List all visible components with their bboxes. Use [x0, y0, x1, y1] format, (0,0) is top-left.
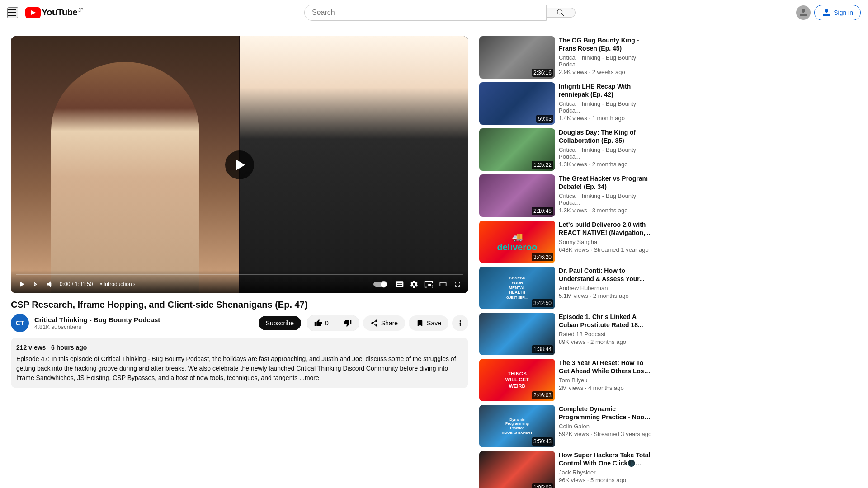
time-total: 1:31:50	[75, 281, 93, 287]
progress-bar[interactable]	[16, 274, 463, 275]
sidebar-video-meta: 1.4K views · 1 month ago	[559, 115, 654, 122]
dislike-button[interactable]	[336, 315, 359, 331]
share-button[interactable]: Share	[363, 315, 405, 331]
sidebar-item[interactable]: ASSESSYOURMENTALHEALTHGUEST SERI... 3:42…	[479, 267, 654, 309]
settings-icon	[410, 280, 419, 289]
main-container: 0:00 / 1:31:50 • Introduction ›	[0, 25, 868, 488]
search-input[interactable]	[305, 5, 546, 20]
description-box: 212 views 6 hours ago Episode 47: In thi…	[11, 338, 468, 388]
sidebar-video-meta: 2.9K views · 2 weeks ago	[559, 69, 654, 75]
sidebar-video-info: Let's build Deliveroo 2.0 with REACT NAT…	[559, 221, 654, 263]
channel-row: CT Critical Thinking - Bug Bounty Podcas…	[11, 314, 468, 332]
channel-name[interactable]: Critical Thinking - Bug Bounty Podcast	[34, 316, 253, 324]
more-link[interactable]: ...more	[299, 374, 319, 381]
chapter-label[interactable]: • Introduction ›	[96, 280, 139, 288]
play-icon	[17, 280, 26, 289]
chapter-text: Introduction	[104, 281, 132, 287]
thumbnail-wrap: 1:38:44	[479, 313, 555, 355]
like-button[interactable]: 0	[307, 315, 336, 331]
mental-health-text: ASSESSYOURMENTALHEALTHGUEST SERI...	[505, 274, 530, 302]
sidebar-video-title: Episode 1. Chris Linked A Cuban Prostitu…	[559, 313, 654, 329]
sidebar-item[interactable]: 1:38:44 Episode 1. Chris Linked A Cuban …	[479, 313, 654, 355]
video-duration: 3:46:20	[532, 253, 553, 261]
sidebar-item[interactable]: THINGSWILL GETWEIRD 2:46:03 The 3 Year A…	[479, 359, 654, 401]
subscriber-count: 4.81K subscribers	[34, 324, 253, 330]
sidebar-item[interactable]: 🚚deliveroo 3:46:20 Let's build Deliveroo…	[479, 221, 654, 263]
more-options-button[interactable]	[452, 315, 468, 331]
autoplay-toggle[interactable]	[373, 279, 391, 289]
sidebar-video-meta: 1.3K views · 3 months ago	[559, 207, 654, 214]
save-icon	[416, 319, 424, 327]
play-pause-button[interactable]	[16, 279, 27, 290]
video-right-panel	[240, 36, 468, 293]
upload-time: 6 hours ago	[51, 344, 87, 351]
subscribe-button[interactable]: Subscribe	[259, 316, 301, 330]
view-count: 212 views	[16, 344, 46, 351]
play-button-overlay[interactable]	[225, 150, 254, 179]
miniplayer-button[interactable]	[423, 279, 434, 290]
description-text: Episode 47: In this episode of Critical …	[16, 354, 463, 383]
sidebar-item[interactable]: 1:05:09 How Super Hackers Take Total Con…	[479, 451, 654, 488]
sidebar-channel-name: Colin Galen	[559, 423, 654, 430]
sign-in-button[interactable]: Sign in	[814, 5, 861, 20]
video-duration: 2:10:48	[532, 207, 553, 215]
sidebar-item[interactable]: 59:03 Intigriti LHE Recap With renniepak…	[479, 82, 654, 125]
search-button[interactable]	[547, 8, 576, 18]
sidebar-item[interactable]: 1:25:22 Douglas Day: The King of Collabo…	[479, 128, 654, 171]
video-player[interactable]: 0:00 / 1:31:50 • Introduction ›	[11, 36, 468, 293]
sidebar-video-meta: 592K views · Streamed 3 years ago	[559, 431, 654, 437]
avatar[interactable]	[796, 5, 811, 20]
volume-button[interactable]	[45, 279, 56, 290]
theater-mode-button[interactable]	[438, 279, 448, 290]
header-left: YouTubeJP	[7, 7, 84, 18]
subtitles-button[interactable]	[394, 279, 405, 290]
desc-content: Episode 47: In this episode of Critical …	[16, 355, 456, 381]
sidebar-video-info: The Great Hacker vs Program Debate! (Ep.…	[559, 174, 654, 217]
sidebar-video-meta: 648K views · Streamed 1 year ago	[559, 246, 654, 253]
settings-button[interactable]	[409, 279, 420, 290]
sidebar-video-title: The Great Hacker vs Program Debate! (Ep.…	[559, 174, 654, 191]
theater-icon	[439, 280, 448, 289]
sign-in-label: Sign in	[834, 9, 853, 16]
next-button[interactable]	[31, 279, 42, 290]
sidebar-video-title: Let's build Deliveroo 2.0 with REACT NAT…	[559, 221, 654, 237]
video-duration: 59:03	[536, 115, 553, 123]
sidebar-video-info: Complete Dynamic Programming Practice - …	[559, 405, 654, 447]
video-duration: 1:05:09	[532, 483, 553, 488]
fullscreen-button[interactable]	[452, 279, 463, 290]
like-dislike-wrap: 0	[307, 315, 359, 331]
svg-point-3	[381, 281, 387, 287]
sidebar-video-info: Episode 1. Chris Linked A Cuban Prostitu…	[559, 313, 654, 355]
sidebar-channel-name: Critical Thinking - Bug Bounty Podca...	[559, 146, 654, 160]
sidebar-item[interactable]: DynamicProgrammingPracticeNOOB to EXPERT…	[479, 405, 654, 447]
channel-avatar[interactable]: CT	[11, 314, 29, 332]
sidebar-video-info: Intigriti LHE Recap With renniepak (Ep. …	[559, 82, 654, 125]
video-duration: 2:36:16	[532, 69, 553, 77]
sidebar-item[interactable]: 2:10:48 The Great Hacker vs Program Deba…	[479, 174, 654, 217]
youtube-logo-text: YouTube	[42, 7, 77, 18]
sidebar-channel-name: Critical Thinking - Bug Bounty Podca...	[559, 100, 654, 114]
sidebar-video-title: The OG Bug Bounty King - Frans Rosen (Ep…	[559, 36, 654, 52]
sidebar-video-title: The 3 Year AI Reset: How To Get Ahead Wh…	[559, 359, 654, 375]
sidebar-item[interactable]: 2:36:16 The OG Bug Bounty King - Frans R…	[479, 36, 654, 79]
share-icon	[370, 319, 378, 327]
save-label: Save	[427, 319, 441, 327]
sidebar-video-meta: 1.3K views · 2 months ago	[559, 161, 654, 168]
save-button[interactable]: Save	[409, 315, 448, 331]
sidebar-channel-name: Critical Thinking - Bug Bounty Podca...	[559, 192, 654, 206]
things-weird-text: THINGSWILL GETWEIRD	[504, 369, 531, 391]
thumbnail-wrap: ASSESSYOURMENTALHEALTHGUEST SERI... 3:42…	[479, 267, 555, 309]
header-center	[84, 5, 796, 21]
video-duration: 3:50:43	[532, 437, 553, 446]
search-input-wrap	[304, 5, 547, 21]
subtitles-icon	[395, 280, 404, 289]
hamburger-menu-button[interactable]	[7, 7, 18, 18]
youtube-logo-icon	[25, 7, 41, 18]
time-current: 0:00	[60, 281, 70, 287]
thumbnail-wrap: 2:10:48	[479, 174, 555, 217]
autoplay-icon	[373, 280, 390, 288]
sidebar-channel-name: Critical Thinking - Bug Bounty Podca...	[559, 54, 654, 68]
thumbs-down-icon	[344, 319, 352, 327]
thumbnail-wrap: 2:36:16	[479, 36, 555, 79]
youtube-logo[interactable]: YouTubeJP	[25, 7, 84, 18]
